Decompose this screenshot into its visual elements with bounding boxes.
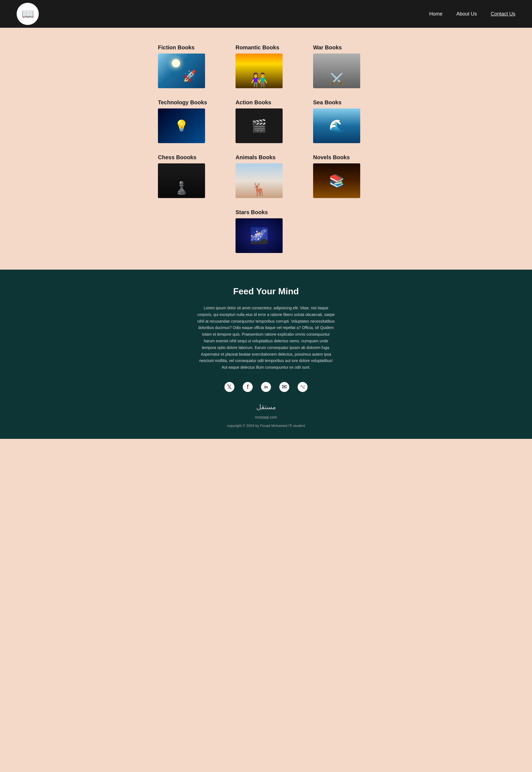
email-icon[interactable]: ✉ <box>279 382 289 392</box>
category-novels[interactable]: Novels Books <box>313 154 374 198</box>
technology-img <box>158 108 205 143</box>
category-technology-title: Technology Books <box>158 99 219 106</box>
facebook-icon[interactable]: f <box>243 382 253 392</box>
chess-img <box>158 163 205 198</box>
footer-tagline: Feed Your Mind <box>33 286 499 297</box>
stars-img <box>236 218 283 253</box>
footer-logo: مستقل <box>33 403 499 411</box>
category-sea[interactable]: Sea Books <box>313 99 374 143</box>
linkedin-icon[interactable]: in <box>261 382 271 392</box>
category-fiction-image[interactable] <box>158 53 205 88</box>
footer-body-text: Lorem ipsum dolor sit amet consectetur, … <box>197 305 335 371</box>
sea-img <box>313 108 360 143</box>
category-sea-title: Sea Books <box>313 99 374 106</box>
category-animals-title: Animals Books <box>236 154 296 160</box>
category-chess[interactable]: Chess Boooks <box>158 154 219 198</box>
logo-icon: 📖 <box>22 8 34 20</box>
category-chess-title: Chess Boooks <box>158 154 219 160</box>
main-nav: Home About Us Contact Us <box>429 11 515 17</box>
category-novels-image[interactable] <box>313 163 360 198</box>
category-novels-title: Novels Books <box>313 154 374 160</box>
nav-home[interactable]: Home <box>429 11 443 17</box>
nav-about[interactable]: About Us <box>456 11 477 17</box>
action-img <box>236 108 283 143</box>
category-war[interactable]: War Books <box>313 44 374 88</box>
category-action[interactable]: Action Books <box>236 99 296 143</box>
nav-contact[interactable]: Contact Us <box>491 11 515 17</box>
category-animals[interactable]: Animals Books <box>236 154 296 198</box>
romantic-img <box>236 53 283 88</box>
site-footer: Feed Your Mind Lorem ipsum dolor sit ame… <box>0 270 532 439</box>
category-fiction[interactable]: Fiction Books <box>158 44 219 88</box>
category-romantic-title: Romantic Books <box>236 44 296 51</box>
category-romantic[interactable]: Romantic Books <box>236 44 296 88</box>
category-war-title: War Books <box>313 44 374 51</box>
category-technology[interactable]: Technology Books <box>158 99 219 143</box>
category-animals-image[interactable] <box>236 163 283 198</box>
site-header: 📖 Home About Us Contact Us <box>0 0 532 28</box>
animals-img <box>236 163 283 198</box>
social-icons: 𝕏 f in ✉ ⌥ <box>33 382 499 392</box>
category-war-image[interactable] <box>313 53 360 88</box>
category-technology-image[interactable] <box>158 108 205 143</box>
category-stars[interactable]: Stars Books <box>236 209 296 253</box>
category-sea-image[interactable] <box>313 108 360 143</box>
category-action-title: Action Books <box>236 99 296 106</box>
twitter-icon[interactable]: 𝕏 <box>224 382 234 392</box>
category-stars-title: Stars Books <box>236 209 296 216</box>
fiction-img <box>158 53 205 88</box>
category-romantic-image[interactable] <box>236 53 283 88</box>
main-content: Fiction Books Romantic Books War Books T… <box>0 28 532 270</box>
books-grid: Fiction Books Romantic Books War Books T… <box>158 44 374 253</box>
footer-logo-sub: mostaql.com <box>33 415 499 419</box>
logo[interactable]: 📖 <box>17 3 39 25</box>
category-action-image[interactable] <box>236 108 283 143</box>
war-img <box>313 53 360 88</box>
category-stars-image[interactable] <box>236 218 283 253</box>
copyright-text: copyright © 2024 by Fouad Mohamed ITi st… <box>33 424 499 428</box>
category-chess-image[interactable] <box>158 163 205 198</box>
category-fiction-title: Fiction Books <box>158 44 219 51</box>
github-icon[interactable]: ⌥ <box>298 382 308 392</box>
novels-img <box>313 163 360 198</box>
